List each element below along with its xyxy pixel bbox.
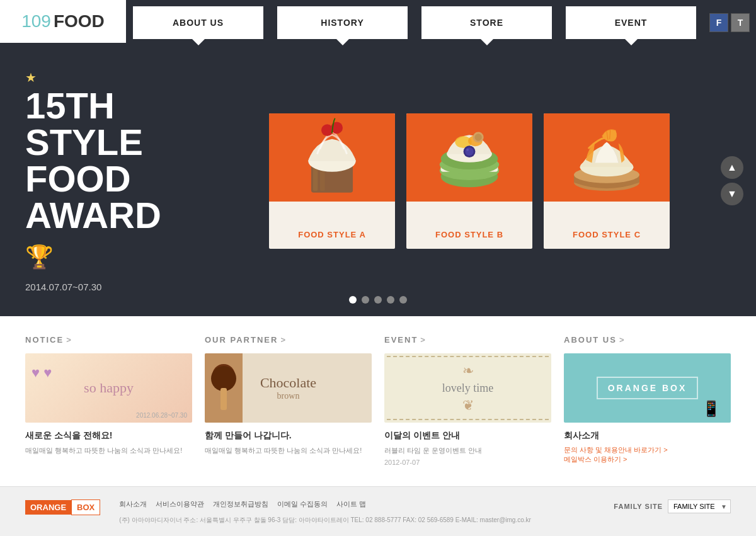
event-ornament-left: ❧ — [462, 363, 474, 379]
notice-content-desc: 매일매일 행복하고 따뜻한 나눔의 소식과 만나세요! — [25, 445, 192, 456]
hero-line1: 15th — [25, 85, 115, 126]
aboutus-col: ABOUT US > ORANGE BOX 📱 회사소개 문의 사항 및 채용안… — [564, 335, 731, 467]
hero-section: ★ 15th STYLE FOOD AWARD 🏆 2014.07.07~07.… — [0, 45, 756, 316]
partner-content-title: 함께 만들어 나갑니다. — [205, 430, 372, 442]
partner-thumb-left — [205, 353, 243, 423]
header: 109 FOOD ABOUT USHISTORYSTOREEVENT F T — [0, 0, 756, 45]
footer-nav-link[interactable]: 회사소개 — [119, 499, 147, 509]
food-card-b-top — [406, 113, 532, 202]
event-content-title: 이달의 이벤트 안내 — [384, 430, 551, 442]
social-icons: F T — [703, 0, 756, 45]
event-date: 2012-07-07 — [384, 457, 551, 468]
family-select-wrap[interactable]: FAMILY SITE ▼ — [668, 499, 731, 513]
aboutus-content-title: 회사소개 — [564, 430, 731, 442]
aboutus-thumb-box: ORANGE BOX — [597, 377, 699, 399]
icecream-svg — [208, 360, 239, 416]
facebook-icon[interactable]: F — [709, 13, 728, 32]
footer-info: (주) 아마야마디자이너 주소: 서울특별시 우주구 찰돌 96-3 담담: 아… — [119, 515, 595, 525]
hero-text: ★ 15th STYLE FOOD AWARD 🏆 2014.07.07~07.… — [25, 70, 189, 292]
food-cards: FOOD STYLE A — [208, 113, 731, 249]
nav-label-store: STORE — [421, 6, 551, 39]
arrow-up[interactable]: ▲ — [721, 156, 743, 179]
footer-nav-link[interactable]: 사이트 맵 — [336, 499, 366, 509]
slider-arrows: ▲ ▼ — [721, 156, 743, 205]
family-select[interactable]: FAMILY SITE — [668, 499, 731, 513]
notice-thumb: ♥ ♥ so happy 2012.06.28~07.30 — [25, 353, 192, 423]
footer-links: 회사소개서비스이용약관개인정보취급방침이메일 수집동의사이트 맵 (주) 아마야… — [119, 499, 595, 525]
aboutus-link2[interactable]: 메일박스 이용하기 > — [564, 455, 627, 463]
event-thumb-text: lovely time — [442, 382, 493, 395]
hero-line4: AWARD — [25, 195, 161, 236]
notice-title[interactable]: NOTICE > — [25, 335, 192, 345]
partner-thumb-main: Chocolate — [260, 375, 316, 391]
footer-info-line: (주) 아마야마디자이너 주소: 서울특별시 우주구 찰돌 96-3 담담: 아… — [119, 515, 595, 525]
dot-5[interactable] — [399, 296, 407, 304]
hero-line3: FOOD — [25, 158, 131, 199]
food-card-a-body: FOOD STYLE A — [269, 202, 395, 249]
hero-heading: 15th STYLE FOOD AWARD — [25, 88, 189, 234]
footer-nav-link[interactable]: 서비스이용약관 — [156, 499, 204, 509]
footer-nav-link[interactable]: 이메일 수집동의 — [277, 499, 328, 509]
arrow-down[interactable]: ▼ — [721, 183, 743, 205]
tart-svg — [556, 113, 657, 202]
aboutus-link1[interactable]: 문의 사항 및 채용안내 바로가기 > — [564, 446, 668, 453]
svg-point-23 — [211, 366, 236, 391]
dot-4[interactable] — [387, 296, 394, 304]
svg-rect-24 — [220, 388, 227, 410]
nav-item-event[interactable]: EVENT — [559, 0, 703, 45]
event-thumb-content: ❧ lovely time ❦ — [384, 353, 551, 423]
food-card-c-label: FOOD STYLE C — [550, 230, 663, 239]
food-card-a-top — [269, 113, 395, 202]
nav-label-event: EVENT — [566, 6, 696, 39]
notice-date: 2012.06.28~07.30 — [136, 412, 187, 419]
macaron-svg — [419, 113, 520, 202]
partner-thumb: Chocolate brown — [205, 353, 372, 423]
food-card-a[interactable]: FOOD STYLE A — [269, 113, 395, 249]
event-deco-bottom — [387, 418, 549, 420]
footer-nav-link[interactable]: 개인정보취급방침 — [213, 499, 268, 509]
food-card-c[interactable]: FOOD STYLE C — [544, 113, 670, 249]
event-title[interactable]: EVENT > — [384, 335, 551, 345]
footer-logo-orange: ORANGE — [25, 500, 71, 515]
food-card-b-label: FOOD STYLE B — [413, 230, 526, 239]
nav-item-store[interactable]: STORE — [415, 0, 559, 45]
event-content-desc: 러블리 타임 운 운영이벤트 안내 2012-07-07 — [384, 445, 551, 467]
footer-logo: ORANGE BOX — [25, 499, 100, 515]
food-card-a-label: FOOD STYLE A — [275, 230, 389, 239]
logo-brand: FOOD — [54, 11, 105, 31]
event-deco-top — [387, 356, 549, 358]
slider-dots — [349, 296, 407, 304]
nav-item-history[interactable]: HISTORY — [270, 0, 415, 45]
footer-nav-links: 회사소개서비스이용약관개인정보취급방침이메일 수집동의사이트 맵 — [119, 499, 595, 509]
family-site-label: FAMILY SITE — [614, 503, 663, 510]
nav-item-about-us[interactable]: ABOUT US — [126, 0, 270, 45]
dot-2[interactable] — [362, 296, 369, 304]
footer-logo-box: BOX — [71, 499, 100, 515]
footer: ORANGE BOX 회사소개서비스이용약관개인정보취급방침이메일 수집동의사이… — [0, 486, 756, 536]
twitter-icon[interactable]: T — [731, 13, 750, 32]
cupcake-svg — [282, 113, 382, 202]
nav-items: ABOUT USHISTORYSTOREEVENT — [126, 0, 703, 45]
partner-title[interactable]: OUR PARTNER > — [205, 335, 372, 345]
food-card-c-top — [544, 113, 670, 202]
notice-content-title: 새로운 소식을 전해요! — [25, 430, 192, 442]
logo[interactable]: 109 FOOD — [0, 0, 126, 45]
event-col: EVENT > ❧ lovely time ❦ 이달의 이벤트 안내 러블리 타… — [384, 335, 551, 467]
hero-date: 2014.07.07~07.30 — [25, 282, 189, 292]
hero-star: ★ — [25, 70, 37, 85]
partner-thumb-sub: brown — [277, 391, 300, 401]
food-card-b-body: FOOD STYLE B — [406, 202, 532, 249]
aboutus-section-title[interactable]: ABOUT US > — [564, 335, 731, 345]
partner-content-desc: 매일매일 행복하고 따뜻한 나눔의 소식과 만나세요! — [205, 445, 372, 456]
nav-label-about-us: ABOUT US — [133, 6, 263, 39]
event-ornament-right: ❦ — [462, 397, 474, 414]
dot-1[interactable] — [349, 296, 357, 304]
svg-point-16 — [466, 148, 469, 151]
hero-line2: STYLE — [25, 122, 143, 163]
dot-3[interactable] — [374, 296, 382, 304]
food-card-b[interactable]: FOOD STYLE B — [406, 113, 532, 249]
aboutus-phone-icon: 📱 — [702, 400, 722, 418]
aboutus-links: 문의 사항 및 채용안내 바로가기 > 메일박스 이용하기 > — [564, 445, 731, 464]
content-section: NOTICE > ♥ ♥ so happy 2012.06.28~07.30 새… — [0, 316, 756, 486]
nav-label-history: HISTORY — [277, 6, 407, 39]
